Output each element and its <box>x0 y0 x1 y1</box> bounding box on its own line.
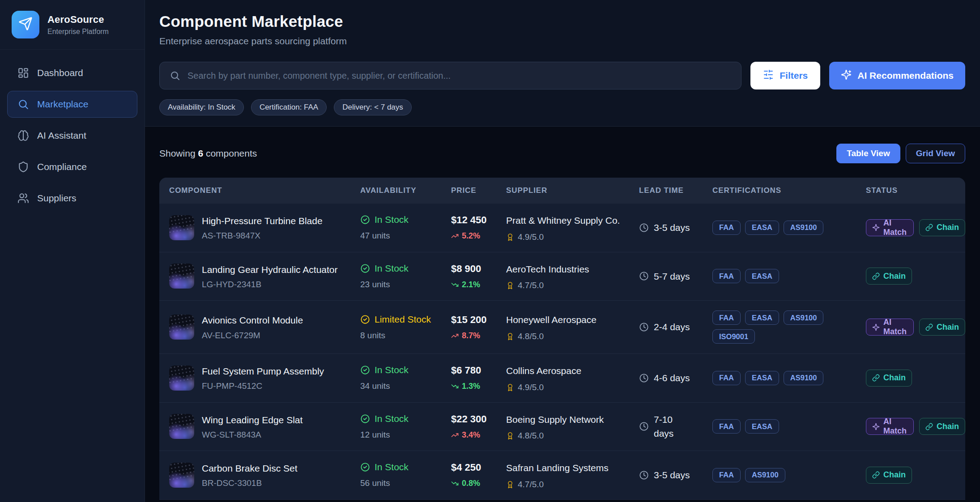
table-row[interactable]: Avionics Control Module AV-ELC-6729M Lim… <box>159 301 965 354</box>
grid-view-button[interactable]: Grid View <box>906 144 965 163</box>
link-icon <box>925 224 933 231</box>
page-subtitle: Enterprise aerospace parts sourcing plat… <box>159 36 965 47</box>
rating-value: 4.7/5.0 <box>518 281 544 290</box>
trend-value: 2.1% <box>462 280 480 289</box>
certification-badge: EASA <box>745 311 779 325</box>
sidebar-item-compliance[interactable]: Compliance <box>7 153 137 180</box>
lead-time-cell: 3-5 days <box>639 221 712 235</box>
sidebar-item-ai-assistant[interactable]: AI Assistant <box>7 122 137 149</box>
component-thumbnail <box>169 463 194 488</box>
price-trend: 5.2% <box>451 231 506 241</box>
chain-badge[interactable]: Chain <box>866 268 912 285</box>
lead-time-cell: 5-7 days <box>639 269 712 284</box>
link-icon <box>872 471 880 479</box>
results-count-suffix: components <box>203 148 257 158</box>
supplier-name: AeroTech Industries <box>506 262 631 277</box>
lead-time-value: 7-10 days <box>654 413 693 441</box>
table-body: High-Pressure Turbine Blade AS-TRB-9847X… <box>159 204 965 500</box>
table-view-button[interactable]: Table View <box>836 144 900 163</box>
clock-icon <box>639 470 649 480</box>
check-circle-icon <box>360 365 370 375</box>
component-thumbnail <box>169 264 194 289</box>
results-count-number: 6 <box>198 148 203 158</box>
search-icon <box>17 98 29 110</box>
availability-cell: In Stock 34 units <box>360 365 451 391</box>
stock-status: In Stock <box>375 263 409 274</box>
column-header-certifications: CERTIFICATIONS <box>712 186 866 195</box>
sidebar-item-marketplace[interactable]: Marketplace <box>7 91 137 118</box>
table-row[interactable]: Landing Gear Hydraulic Actuator LG-HYD-2… <box>159 252 965 301</box>
status-cell: Chain <box>866 268 965 285</box>
supplier-name: Boeing Supply Network <box>506 413 631 427</box>
clock-icon <box>639 421 649 431</box>
availability-cell: In Stock 56 units <box>360 462 451 488</box>
sidebar-item-dashboard[interactable]: Dashboard <box>7 60 137 86</box>
medal-icon <box>506 383 514 391</box>
lead-time-value: 5-7 days <box>654 269 690 284</box>
lead-time-value: 3-5 days <box>654 468 690 482</box>
results-count-prefix: Showing <box>159 148 198 158</box>
status-cell: Chain <box>866 370 965 387</box>
price-value: $15 200 <box>451 314 506 326</box>
ai-match-badge[interactable]: AI Match <box>866 319 914 336</box>
ai-recommendations-label: AI Recommendations <box>857 70 954 81</box>
trend-value: 5.2% <box>462 231 480 241</box>
link-icon <box>925 323 933 331</box>
table-row[interactable]: High-Pressure Turbine Blade AS-TRB-9847X… <box>159 204 965 252</box>
sidebar-item-label: Suppliers <box>37 193 77 204</box>
component-part-number: AS-TRB-9847X <box>202 231 323 241</box>
sliders-icon <box>763 69 774 82</box>
trending-down-icon <box>451 480 459 487</box>
filter-chip-delivery[interactable]: Delivery: < 7 days <box>334 99 412 115</box>
column-header-availability: AVAILABILITY <box>360 186 451 195</box>
supplier-name: Honeywell Aerospace <box>506 313 631 327</box>
column-header-status: STATUS <box>866 186 965 195</box>
sidebar-item-suppliers[interactable]: Suppliers <box>7 185 137 212</box>
status-cell: AI Match Chain <box>866 418 965 435</box>
table-row[interactable]: Fuel System Pump Assembly FU-PMP-4512C I… <box>159 354 965 403</box>
check-circle-icon <box>360 264 370 273</box>
table-row[interactable]: Carbon Brake Disc Set BR-DSC-3301B In St… <box>159 451 965 500</box>
chain-badge[interactable]: Chain <box>919 418 965 435</box>
component-cell: Carbon Brake Disc Set BR-DSC-3301B <box>169 462 360 488</box>
component-text: Wing Leading Edge Slat WG-SLT-8843A <box>202 413 303 440</box>
price-cell: $4 250 0.8% <box>451 462 506 488</box>
ai-match-badge[interactable]: AI Match <box>866 418 914 435</box>
component-name: Landing Gear Hydraulic Actuator <box>202 263 338 277</box>
sparkles-icon <box>841 69 852 82</box>
table-row[interactable]: Wing Leading Edge Slat WG-SLT-8843A In S… <box>159 403 965 451</box>
component-text: Landing Gear Hydraulic Actuator LG-HYD-2… <box>202 263 338 289</box>
certifications-cell: FAAEASA <box>712 269 866 283</box>
ai-match-badge[interactable]: AI Match <box>866 219 914 236</box>
component-name: Fuel System Pump Assembly <box>202 365 324 378</box>
rating-value: 4.7/5.0 <box>518 480 544 489</box>
filter-chip-availability[interactable]: Availability: In Stock <box>159 99 244 115</box>
ai-recommendations-button[interactable]: AI Recommendations <box>829 62 965 89</box>
filter-chip-certification[interactable]: Certification: FAA <box>251 99 327 115</box>
chain-badge[interactable]: Chain <box>919 219 965 236</box>
supplier-cell: AeroTech Industries 4.7/5.0 <box>506 262 639 291</box>
sidebar-item-label: Compliance <box>37 162 87 172</box>
main-content: Component Marketplace Enterprise aerospa… <box>145 0 980 502</box>
search-input[interactable] <box>187 71 731 81</box>
medal-icon <box>506 233 514 241</box>
ai-match-label: AI Match <box>883 318 908 336</box>
clock-icon <box>639 271 649 281</box>
supplier-cell: Boeing Supply Network 4.8/5.0 <box>506 413 639 441</box>
chain-badge[interactable]: Chain <box>866 370 912 387</box>
link-icon <box>872 272 880 280</box>
chain-badge[interactable]: Chain <box>866 467 912 484</box>
component-part-number: BR-DSC-3301B <box>202 478 298 488</box>
chain-badge[interactable]: Chain <box>919 319 965 336</box>
results-count: Showing 6 components <box>159 148 257 159</box>
certification-badge: FAA <box>712 221 741 235</box>
certification-badge: EASA <box>745 419 779 434</box>
brand: AeroSource Enterprise Platform <box>0 0 145 50</box>
certifications-cell: FAAEASAAS9100 <box>712 221 866 235</box>
supplier-rating: 4.7/5.0 <box>506 281 631 290</box>
certifications-cell: FAAEASAAS9100 <box>712 371 866 385</box>
lead-time-cell: 2-4 days <box>639 320 712 334</box>
filters-button[interactable]: Filters <box>750 62 820 89</box>
sparkles-icon <box>872 423 880 430</box>
supplier-name: Collins Aerospace <box>506 364 631 378</box>
